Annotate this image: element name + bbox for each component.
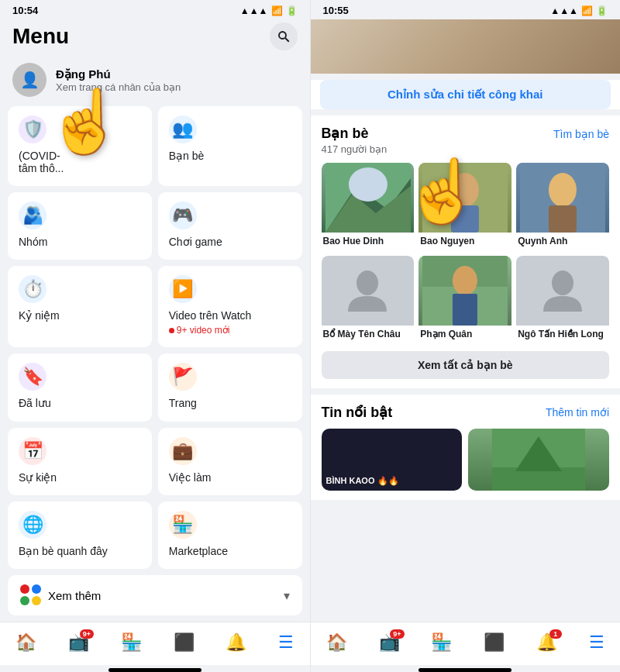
menu-item-events[interactable]: 📅 Sự kiện <box>8 428 152 495</box>
friend-card-2[interactable]: Bao Nguyen <box>418 163 512 251</box>
memories-label: Kỷ niệm <box>19 309 141 322</box>
groups-nav-icon: ⬛ <box>174 632 195 653</box>
friends-title: Bạn bè <box>322 125 388 142</box>
tin-header: Tin nổi bật Thêm tin mới <box>322 404 610 421</box>
left-nav-feed[interactable]: 📺 9+ <box>68 632 89 653</box>
right-nav-bell[interactable]: 🔔 1 <box>536 632 557 653</box>
menu-item-memories[interactable]: ⏱️ Kỷ niệm <box>8 266 152 347</box>
friend-card-4[interactable]: Bổ Mày Tên Châu <box>322 256 415 344</box>
left-nav-shop[interactable]: 🏪 <box>121 632 142 653</box>
menu-item-groups[interactable]: 🫂 Nhóm <box>8 192 152 260</box>
tin-title: Tin nổi bật <box>322 404 393 421</box>
profile-row[interactable]: 👤 Đặng Phú Xem trang cá nhân của bạn <box>0 57 310 106</box>
signal-icon: ▲▲▲ <box>240 5 268 16</box>
friend-name-1: Bao Hue Dinh <box>322 233 415 251</box>
menu-icon: ☰ <box>278 632 294 653</box>
nearby-icon: 🌐 <box>19 511 46 539</box>
right-nav-groups[interactable]: ⬛ <box>484 632 505 653</box>
left-nav-menu[interactable]: ☰ <box>278 632 294 653</box>
menu-item-pages[interactable]: 🚩 Trang <box>158 353 302 421</box>
profile-info: Đặng Phú Xem trang cá nhân của bạn <box>56 67 181 93</box>
see-all-friends-button[interactable]: Xem tất cả bạn bè <box>322 351 610 379</box>
saved-label: Đã lưu <box>19 397 141 409</box>
tin-card-1-label: BÌNH KAOO 🔥🔥 <box>326 476 399 486</box>
friends-count: 417 người bạn <box>322 143 388 155</box>
left-header: Menu <box>0 19 310 57</box>
friend-card-5[interactable]: Phạm Quân <box>418 256 512 344</box>
right-wifi-icon: 📶 <box>581 5 593 16</box>
covid-icon: 🛡️ <box>19 115 46 143</box>
games-icon: 🎮 <box>169 202 197 229</box>
home-icon: 🏠 <box>16 632 36 653</box>
left-nav-home[interactable]: 🏠 <box>16 632 36 653</box>
right-bottom-nav: 🏠 📺 9+ 🏪 ⬛ 🔔 1 ☰ <box>311 622 621 665</box>
jobs-icon: 💼 <box>169 437 197 465</box>
see-more-row[interactable]: Xem thêm ▾ <box>8 575 302 615</box>
bell-icon: 🔔 <box>226 632 246 653</box>
friend-img-2 <box>418 163 512 233</box>
menu-item-covid[interactable]: 🛡️ (COVID-tâm thô... <box>8 106 152 186</box>
friend-card-1[interactable]: Bao Hue Dinh <box>322 163 415 251</box>
friends-title-group: Bạn bè 417 người bạn <box>322 125 388 155</box>
battery-icon: 🔋 <box>286 5 298 16</box>
pages-icon: 🚩 <box>169 363 197 391</box>
svg-point-17 <box>552 271 574 295</box>
saved-icon: 🔖 <box>19 363 46 391</box>
groups-icon: 🫂 <box>19 202 46 229</box>
left-panel: 10:54 ▲▲▲ 📶 🔋 Menu 👤 Đặng Phú Xem trang … <box>0 0 310 672</box>
marketplace-label: Marketplace <box>169 545 291 557</box>
right-nav-home[interactable]: 🏠 <box>326 632 347 653</box>
friend-img-5 <box>418 256 512 326</box>
right-status-icons: ▲▲▲ 📶 🔋 <box>550 5 608 16</box>
friend-name-4: Bổ Mày Tên Châu <box>322 326 415 344</box>
left-bottom-nav: 🏠 📺 9+ 🏪 ⬛ 🔔 ☰ <box>0 622 310 665</box>
profile-name: Đặng Phú <box>56 67 181 81</box>
left-nav-bell[interactable]: 🔔 <box>226 632 246 653</box>
tin-card-2[interactable] <box>468 429 609 491</box>
watch-icon: ▶️ <box>169 275 197 303</box>
edit-btn-row: Chỉnh sửa chi tiết công khai <box>311 80 621 109</box>
menu-item-friends[interactable]: 👥 Bạn bè <box>158 106 302 186</box>
right-panel: ☝️ 10:55 ▲▲▲ 📶 🔋 Chỉnh sửa chi tiết công… <box>311 0 621 672</box>
tin-section: Tin nổi bật Thêm tin mới BÌNH KAOO 🔥🔥 <box>311 395 621 500</box>
right-menu-icon: ☰ <box>589 632 604 653</box>
friend-name-2: Bao Nguyen <box>418 233 512 251</box>
friends-header: Bạn bè 417 người bạn Tìm bạn bè <box>322 125 610 155</box>
find-friends-link[interactable]: Tìm bạn bè <box>553 128 609 140</box>
right-shop-icon: 🏪 <box>431 632 452 653</box>
menu-item-games[interactable]: 🎮 Chơi game <box>158 192 302 260</box>
tin-card-1[interactable]: BÌNH KAOO 🔥🔥 <box>322 429 463 491</box>
right-nav-shop[interactable]: 🏪 <box>431 632 452 653</box>
them-tin-moi-link[interactable]: Thêm tin mới <box>546 406 609 419</box>
right-nav-feed[interactable]: 📺 9+ <box>379 632 400 653</box>
friends-label: Bạn bè <box>169 150 291 162</box>
friends-grid: Bao Hue Dinh Bao Nguyen <box>322 163 610 343</box>
menu-item-marketplace[interactable]: 🏪 Marketplace <box>158 501 302 569</box>
svg-rect-8 <box>451 205 479 233</box>
left-status-icons: ▲▲▲ 📶 🔋 <box>240 5 298 16</box>
covid-label: (COVID-tâm thô... <box>19 150 141 174</box>
friend-placeholder-4 <box>322 256 415 326</box>
menu-item-saved[interactable]: 🔖 Đã lưu <box>8 353 152 421</box>
events-label: Sự kiện <box>19 471 141 484</box>
menu-item-nearby[interactable]: 🌐 Bạn bè quanh đây <box>8 501 152 569</box>
right-signal-icon: ▲▲▲ <box>550 5 578 16</box>
svg-rect-16 <box>453 294 477 326</box>
right-nav-menu[interactable]: ☰ <box>589 632 604 653</box>
friend-img-3 <box>516 163 609 233</box>
right-bell-badge: 1 <box>549 629 562 639</box>
friend-card-3[interactable]: Quynh Anh <box>516 163 609 251</box>
events-icon: 📅 <box>19 437 46 465</box>
shop-icon: 🏪 <box>121 632 142 653</box>
menu-item-watch[interactable]: ▶️ Video trên Watch 9+ video mới <box>158 266 302 347</box>
nearby-label: Bạn bè quanh đây <box>19 545 141 557</box>
search-button[interactable] <box>270 22 298 50</box>
edit-public-details-button[interactable]: Chỉnh sửa chi tiết công khai <box>320 80 611 109</box>
menu-item-jobs[interactable]: 💼 Việc làm <box>158 428 302 495</box>
svg-point-10 <box>549 173 577 207</box>
home-indicator-left <box>108 668 202 672</box>
right-home-icon: 🏠 <box>326 632 347 653</box>
friend-card-6[interactable]: Ngô Tấn Hiền Long <box>516 256 609 344</box>
left-nav-groups[interactable]: ⬛ <box>174 632 195 653</box>
menu-title: Menu <box>12 24 69 49</box>
